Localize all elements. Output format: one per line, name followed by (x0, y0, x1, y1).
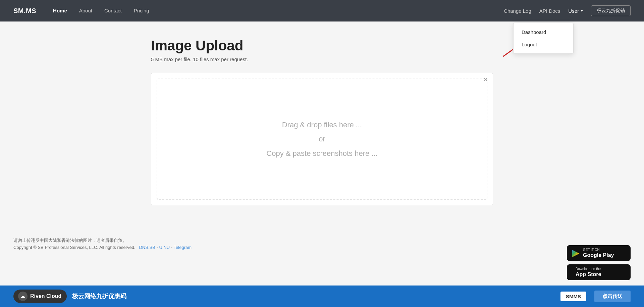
footer-link-telegram[interactable]: Telegram (174, 245, 192, 250)
footer: 请勿上传违反中国大陆和香港法律的图片，违者后果自负。 Copyright © S… (0, 229, 644, 283)
nav-contact[interactable]: Contact (98, 0, 128, 21)
footer-warning: 请勿上传违反中国大陆和香港法律的图片，违者后果自负。 (13, 237, 631, 244)
dropdown-logout[interactable]: Logout (514, 38, 573, 51)
dropzone-text-line2: Copy & paste screenshots here ... (266, 147, 377, 159)
nav-home[interactable]: Home (47, 0, 73, 21)
google-play-icon: ▶ (572, 248, 580, 258)
nav-apidocs[interactable]: API Docs (539, 8, 560, 14)
google-play-badge[interactable]: ▶ GET IT ON Google Play (567, 245, 631, 261)
main-content: Image Upload 5 MB max per file. 10 files… (138, 21, 506, 229)
nav-links: Home About Contact Pricing (47, 0, 504, 21)
footer-copyright: Copyright © SB Professional Services, LL… (13, 245, 631, 250)
app-badges: ▶ GET IT ON Google Play Download on the … (567, 245, 631, 280)
upload-close-button[interactable]: ✕ (483, 77, 488, 83)
page-title: Image Upload (151, 38, 493, 54)
google-play-title: Google Play (583, 252, 614, 258)
upload-dropzone[interactable]: Drag & drop files here ... or Copy & pas… (157, 79, 487, 200)
user-dropdown-button[interactable]: User ▾ (568, 8, 583, 14)
navbar: SM.MS Home About Contact Pricing Change … (0, 0, 644, 21)
chevron-down-icon: ▾ (581, 9, 583, 13)
app-store-title: App Store (576, 271, 601, 277)
promo-banner: ☁ Riven Cloud 极云网络九折优惠码 SMMS 点击传送 (0, 286, 644, 307)
app-store-subtitle: Download on the (576, 267, 601, 271)
dropzone-text-line1: Drag & drop files here ... (282, 119, 362, 131)
dropdown-dashboard[interactable]: Dashboard (514, 26, 573, 38)
promo-text: 极云网络九折优惠码 (72, 292, 555, 300)
navbar-right: Change Log API Docs User ▾ 极云九折促销 (504, 5, 631, 16)
promo-brand-label: Riven Cloud (30, 293, 61, 299)
brand-logo: SM.MS (13, 7, 36, 15)
page-subtitle: 5 MB max per file. 10 files max per requ… (151, 56, 493, 62)
google-play-subtitle: GET IT ON (583, 248, 614, 252)
riven-cloud-icon: ☁ (18, 292, 28, 301)
user-dropdown-menu: Dashboard Logout (513, 23, 574, 54)
nav-pricing[interactable]: Pricing (128, 0, 155, 21)
nav-changelog[interactable]: Change Log (504, 8, 531, 14)
nav-about[interactable]: About (73, 0, 98, 21)
promo-button[interactable]: 极云九折促销 (591, 5, 631, 16)
promo-brand: ☁ Riven Cloud (13, 290, 67, 303)
footer-link-unu[interactable]: U.NU (159, 245, 170, 250)
dropzone-or: or (319, 135, 325, 143)
promo-code: SMMS (560, 292, 586, 301)
app-store-badge[interactable]: Download on the App Store (567, 264, 631, 280)
user-label: User (568, 8, 579, 14)
upload-container: ✕ Drag & drop files here ... or Copy & p… (151, 73, 493, 205)
footer-link-dns[interactable]: DNS.SB (139, 245, 155, 250)
promo-send-button[interactable]: 点击传送 (594, 291, 631, 302)
